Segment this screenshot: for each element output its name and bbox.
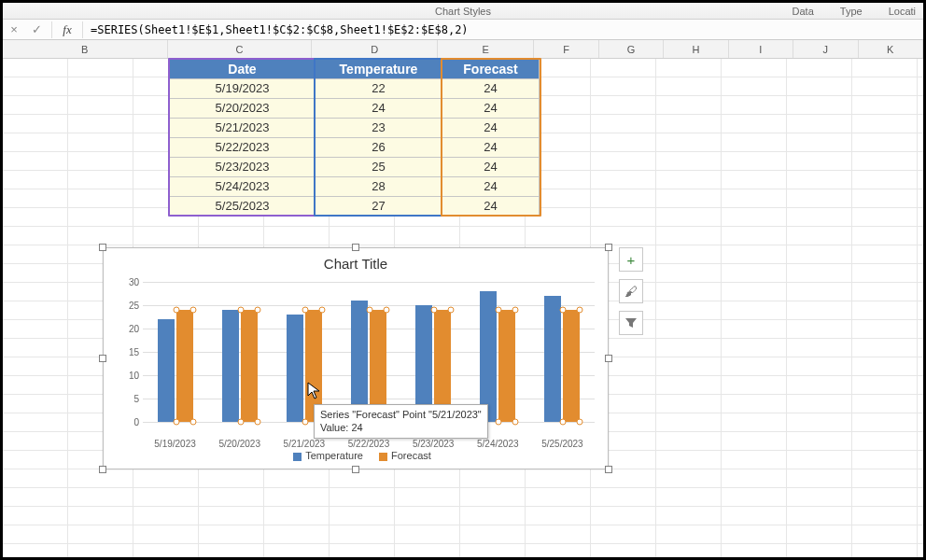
datapoint-handle[interactable]: [431, 307, 438, 314]
col-header[interactable]: B: [3, 40, 168, 58]
ribbon-item[interactable]: Locati: [889, 6, 916, 17]
bar-forecast[interactable]: [241, 310, 258, 422]
datapoint-handle[interactable]: [254, 419, 260, 426]
table-cell[interactable]: 27: [316, 197, 442, 217]
datapoint-handle[interactable]: [189, 419, 196, 426]
table-header[interactable]: Forecast: [442, 60, 540, 79]
datapoint-handle[interactable]: [302, 307, 308, 314]
table-cell[interactable]: 24: [442, 138, 540, 158]
col-header[interactable]: G: [599, 40, 664, 58]
formula-enter-icon[interactable]: ✓: [25, 22, 48, 36]
datapoint-handle[interactable]: [512, 307, 519, 314]
datapoint-handle[interactable]: [512, 419, 519, 426]
table-row[interactable]: 5/23/20232524: [170, 158, 540, 177]
resize-handle[interactable]: [352, 244, 359, 251]
ribbon-item[interactable]: Data: [793, 6, 814, 17]
datapoint-handle[interactable]: [448, 307, 455, 314]
datapoint-handle[interactable]: [237, 307, 244, 314]
table-header[interactable]: Date: [170, 60, 316, 79]
resize-handle[interactable]: [99, 244, 106, 251]
table-cell[interactable]: 26: [316, 138, 442, 158]
chart-elements-button[interactable]: +: [619, 247, 643, 272]
resize-handle[interactable]: [605, 244, 612, 251]
table-cell[interactable]: 24: [442, 197, 540, 217]
col-header[interactable]: F: [534, 40, 598, 58]
datapoint-handle[interactable]: [302, 419, 308, 426]
datapoint-handle[interactable]: [384, 307, 390, 314]
datapoint-handle[interactable]: [560, 307, 567, 314]
table-header[interactable]: Temperature: [316, 60, 442, 79]
datapoint-handle[interactable]: [237, 419, 244, 426]
chart-title[interactable]: Chart Title: [104, 248, 608, 275]
fx-icon[interactable]: fx: [56, 22, 78, 37]
table-cell[interactable]: 28: [316, 177, 442, 197]
table-cell[interactable]: 24: [442, 158, 540, 177]
table-cell[interactable]: 5/21/2023: [170, 119, 316, 138]
bar-temperature[interactable]: [158, 319, 175, 422]
col-header[interactable]: D: [312, 40, 438, 58]
table-cell[interactable]: 23: [316, 119, 442, 138]
chart-plot-area[interactable]: 051015202530: [143, 282, 595, 422]
chart-styles-button[interactable]: 🖌: [619, 279, 643, 303]
col-header[interactable]: I: [729, 40, 793, 58]
table-row: Date Temperature Forecast: [170, 60, 540, 79]
table-cell[interactable]: 5/22/2023: [170, 138, 316, 158]
resize-handle[interactable]: [605, 466, 612, 473]
col-header[interactable]: K: [859, 40, 923, 58]
resize-handle[interactable]: [99, 355, 106, 362]
table-cell[interactable]: 22: [316, 79, 442, 99]
ribbon-item[interactable]: Type: [840, 6, 863, 17]
datapoint-handle[interactable]: [496, 419, 502, 426]
formula-input[interactable]: [87, 23, 923, 36]
col-header[interactable]: E: [438, 40, 534, 58]
bar-temperature[interactable]: [480, 291, 497, 422]
table-row[interactable]: 5/21/20232324: [170, 119, 540, 138]
table-cell[interactable]: 24: [442, 79, 540, 99]
col-header[interactable]: H: [664, 40, 728, 58]
table-row[interactable]: 5/19/20232224: [170, 79, 540, 99]
bar-temperature[interactable]: [544, 296, 561, 422]
formula-cancel-icon[interactable]: ×: [3, 22, 25, 36]
y-tick-label: 0: [133, 417, 139, 427]
table-cell[interactable]: 24: [442, 99, 540, 119]
datapoint-handle[interactable]: [367, 307, 373, 314]
datapoint-handle[interactable]: [173, 419, 179, 426]
bar-forecast[interactable]: [176, 310, 193, 422]
table-cell[interactable]: 5/19/2023: [170, 79, 316, 99]
table-row[interactable]: 5/22/20232624: [170, 138, 540, 158]
resize-handle[interactable]: [99, 466, 106, 473]
table-cell[interactable]: 5/24/2023: [170, 177, 316, 197]
datapoint-handle[interactable]: [496, 307, 502, 314]
col-header[interactable]: C: [168, 40, 313, 58]
table-cell[interactable]: 24: [442, 177, 540, 197]
worksheet-grid[interactable]: B C D E F G H I J K Date Temperature For…: [3, 40, 923, 557]
table-cell[interactable]: 24: [442, 119, 540, 138]
bar-forecast[interactable]: [563, 310, 580, 422]
table-cell[interactable]: 24: [316, 99, 442, 119]
table-cell[interactable]: 5/20/2023: [170, 99, 316, 119]
table-row[interactable]: 5/25/20232724: [170, 197, 540, 217]
col-header[interactable]: J: [793, 40, 858, 58]
table-row[interactable]: 5/24/20232824: [170, 177, 540, 197]
datapoint-handle[interactable]: [254, 307, 260, 314]
table-cell[interactable]: 5/23/2023: [170, 158, 316, 177]
table-row[interactable]: 5/20/20232424: [170, 99, 540, 119]
table-cell[interactable]: 25: [316, 158, 442, 177]
resize-handle[interactable]: [352, 466, 359, 473]
bar-forecast[interactable]: [498, 310, 515, 422]
resize-handle[interactable]: [605, 355, 612, 362]
y-tick-label: 15: [129, 347, 139, 357]
datapoint-handle[interactable]: [577, 419, 583, 426]
datapoint-handle[interactable]: [318, 307, 325, 314]
bar-temperature[interactable]: [222, 310, 239, 422]
datapoint-handle[interactable]: [577, 307, 583, 314]
y-axis: 051015202530: [113, 282, 139, 422]
table-cell[interactable]: 5/25/2023: [170, 197, 316, 217]
data-table[interactable]: Date Temperature Forecast 5/19/202322245…: [169, 59, 540, 217]
bar-temperature[interactable]: [287, 315, 303, 422]
chart-legend[interactable]: Temperature Forecast: [104, 450, 608, 461]
datapoint-handle[interactable]: [173, 307, 179, 314]
datapoint-handle[interactable]: [189, 307, 196, 314]
chart-filters-button[interactable]: [619, 311, 643, 335]
datapoint-handle[interactable]: [560, 419, 567, 426]
